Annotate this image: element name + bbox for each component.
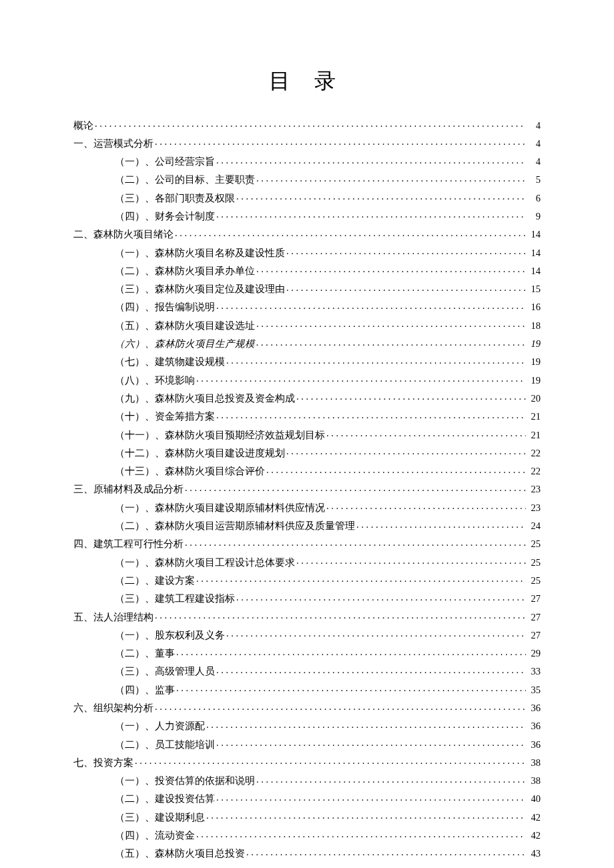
toc-leader-dots	[286, 283, 526, 293]
toc-entry-label: 七、投资方案	[73, 758, 133, 768]
toc-leader-dots	[155, 702, 526, 712]
toc-row: （八）、环境影响19	[73, 374, 541, 385]
toc-entry-page: 23	[527, 484, 541, 494]
toc-entry-label: （五）、森林防火项目建设选址	[115, 321, 255, 331]
toc-entry-page: 38	[527, 758, 541, 768]
toc-entry-page: 15	[527, 284, 541, 294]
toc-leader-dots	[216, 738, 526, 748]
toc-entry-label: （十三）、森林防火项目综合评价	[115, 466, 265, 476]
toc-leader-dots	[216, 301, 526, 311]
toc-entry-label: （三）、建筑工程建设指标	[115, 594, 235, 604]
toc-entry-page: 25	[527, 576, 541, 586]
toc-row: （三）、森林防火项目定位及建设理由15	[73, 283, 541, 294]
toc-leader-dots	[196, 374, 526, 384]
toc-leader-dots	[216, 209, 526, 220]
toc-entry-label: （一）、森林防火项目名称及建设性质	[115, 248, 285, 258]
toc-row: （十二）、森林防火项目建设进度规划22	[73, 446, 541, 458]
toc-row: （一）、森林防火项目工程设计总体要求25	[73, 556, 541, 567]
toc-entry-page: 14	[527, 248, 541, 258]
toc-entry-page: 19	[527, 376, 541, 386]
toc-entry-label: 三、原辅材料及成品分析	[73, 484, 184, 494]
toc-row: （二）、建设方案25	[73, 574, 541, 585]
toc-leader-dots	[216, 155, 526, 165]
toc-row: （三）、建设期利息42	[73, 811, 541, 822]
toc-row: （四）、报告编制说明16	[73, 301, 541, 312]
toc-leader-dots	[226, 356, 526, 366]
toc-entry-page: 23	[527, 503, 541, 513]
toc-entry-label: （四）、报告编制说明	[115, 302, 215, 312]
toc-leader-dots	[356, 520, 526, 530]
toc-entry-label: 一、运营模式分析	[73, 139, 154, 149]
toc-entry-label: （三）、高级管理人员	[115, 667, 215, 677]
toc-entry-label: （二）、建设方案	[115, 576, 195, 586]
toc-entry-page: 42	[527, 831, 541, 841]
toc-entry-page: 4	[527, 139, 541, 149]
toc-entry-page: 6	[527, 193, 541, 203]
toc-row: （九）、森林防火项目总投资及资金构成20	[73, 392, 541, 403]
toc-entry-page: 19	[527, 339, 541, 349]
toc-entry-page: 36	[527, 721, 541, 731]
toc-entry-label: 四、建筑工程可行性分析	[73, 539, 184, 549]
toc-leader-dots	[286, 446, 526, 456]
toc-row: （六）、森林防火项目生产规模19	[73, 338, 541, 349]
toc-leader-dots	[216, 410, 526, 420]
toc-entry-page: 33	[527, 667, 541, 677]
toc-entry-page: 5	[527, 175, 541, 185]
toc-entry-label: （三）、各部门职责及权限	[115, 193, 235, 203]
toc-entry-page: 27	[527, 612, 541, 622]
toc-leader-dots	[236, 191, 526, 201]
toc-entry-page: 19	[527, 357, 541, 367]
toc-entry-page: 21	[527, 412, 541, 422]
toc-row: 七、投资方案38	[73, 756, 541, 767]
toc-leader-dots	[135, 756, 526, 766]
toc-row: 五、法人治理结构27	[73, 610, 541, 622]
toc-leader-dots	[176, 647, 526, 657]
toc-row: 一、运营模式分析4	[73, 137, 541, 148]
toc-row: （一）、投资估算的依据和说明38	[73, 775, 541, 786]
toc-entry-label: （八）、环境影响	[115, 376, 195, 386]
toc-entry-page: 40	[527, 794, 541, 804]
toc-row: （七）、建筑物建设规模19	[73, 356, 541, 367]
toc-entry-label: 六、组织架构分析	[73, 703, 154, 713]
toc-entry-label: （三）、建设期利息	[115, 813, 205, 823]
toc-entry-page: 14	[527, 230, 541, 240]
toc-leader-dots	[256, 775, 526, 785]
toc-entry-page: 35	[527, 685, 541, 695]
toc-entry-page: 14	[527, 266, 541, 276]
toc-entry-label: （一）、森林防火项目工程设计总体要求	[115, 558, 295, 568]
toc-leader-dots	[226, 628, 526, 638]
toc-entry-label: （二）、森林防火项目承办单位	[115, 266, 255, 276]
toc-leader-dots	[196, 574, 526, 584]
toc-row: （一）、公司经营宗旨4	[73, 155, 541, 167]
toc-entry-label: （一）、人力资源配	[115, 721, 205, 731]
toc-leader-dots	[326, 501, 526, 511]
toc-entry-label: （四）、流动资金	[115, 831, 195, 841]
toc-entry-page: 9	[527, 211, 541, 222]
toc-row: 二、森林防火项目绪论14	[73, 228, 541, 240]
toc-leader-dots	[256, 264, 526, 274]
toc-row: （二）、森林防火项目运营期原辅材料供应及质量管理24	[73, 520, 541, 531]
toc-entry-page: 21	[527, 430, 541, 440]
toc-row: （五）、森林防火项目建设选址18	[73, 319, 541, 330]
toc-entry-label: （一）、公司经营宗旨	[115, 157, 215, 167]
toc-row: 三、原辅材料及成品分析23	[73, 483, 541, 494]
toc-entry-page: 29	[527, 648, 541, 659]
document-page: 目 录 概论4一、运营模式分析4（一）、公司经营宗旨4（二）、公司的目标、主要职…	[0, 0, 614, 868]
toc-entry-label: （五）、森林防火项目总投资	[115, 849, 245, 859]
toc-row: （十）、资金筹措方案21	[73, 410, 541, 422]
toc-row: （二）、森林防火项目承办单位14	[73, 264, 541, 276]
toc-row: （一）、股东权利及义务27	[73, 628, 541, 640]
toc-leader-dots	[216, 665, 526, 675]
toc-leader-dots	[256, 338, 526, 348]
toc-row: （二）、员工技能培训36	[73, 738, 541, 749]
toc-row: （一）、森林防火项目建设期原辅材料供应情况23	[73, 501, 541, 512]
toc-entry-label: 二、森林防火项目绪论	[73, 230, 174, 240]
toc-entry-page: 24	[527, 521, 541, 531]
toc-entry-label: （十二）、森林防火项目建设进度规划	[115, 448, 285, 458]
toc-leader-dots	[296, 392, 526, 402]
toc-title: 目 录	[73, 67, 541, 96]
toc-leader-dots	[185, 483, 526, 493]
toc-row: （一）、人力资源配36	[73, 720, 541, 731]
toc-entry-label: （二）、建设投资估算	[115, 794, 215, 804]
toc-entry-label: 五、法人治理结构	[73, 612, 154, 622]
